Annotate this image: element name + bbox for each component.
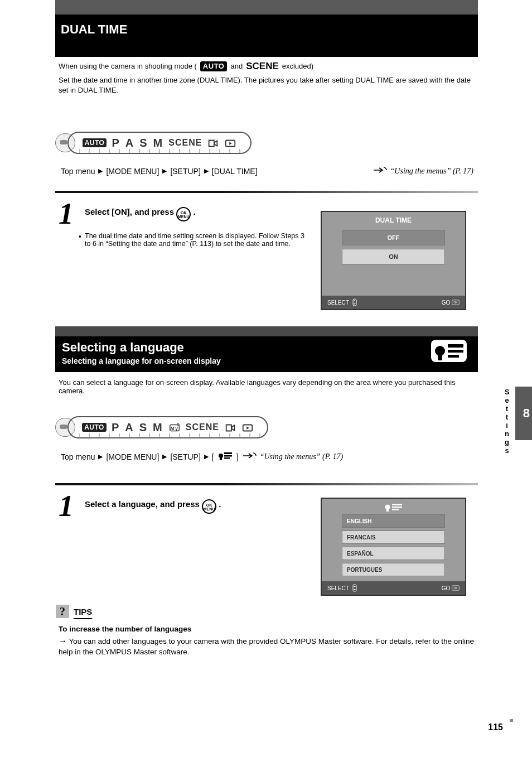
crumb-item-close: ] [236,452,239,461]
subtitle-mid: and [230,61,243,72]
language-pictogram-icon [430,339,468,365]
crumb-reference: “Using the menus” (P. 17) [390,167,473,176]
step-instruction-dualtime: Select [ON], and press OKMENU . [85,206,311,221]
svg-rect-26 [448,355,459,358]
scene-mode-label: SCENE [246,60,279,74]
dial-mode-a: A [125,137,134,150]
breadcrumb-arrow-icon: ▶ [98,453,103,460]
lcd-option-off: OFF [342,230,445,245]
lcd-option-portugues: PORTUGUES [342,563,445,576]
lcd-footer: SELECT GO OK [322,296,465,309]
breadcrumb-arrow-icon: ▶ [162,453,167,460]
dial-mode-p: P [112,421,120,434]
svg-rect-52 [224,452,232,454]
step-number: 1 [59,489,74,523]
lcd-foot-select-label: SELECT [327,585,349,591]
crumb-item: [DUAL TIME] [212,167,258,176]
ok-box-icon: OK [452,585,460,591]
subtitle-suffix: excluded) [282,61,313,72]
svg-text:My: My [170,426,178,431]
svg-rect-24 [448,344,463,348]
lcd-title: DUAL TIME [322,216,465,224]
crumb-reference: “Using the menus” (P. 17) [260,452,343,461]
reference-pointer-icon [242,452,257,461]
tips-label: TIPS [74,607,92,616]
breadcrumb-arrow-icon: ▶ [204,167,209,175]
question-mark-icon: ? [56,605,69,618]
separator-gradient [55,483,478,485]
updown-arrows-icon [351,585,359,591]
tips-text: You can add other languages to your came… [59,637,474,657]
svg-rect-59 [392,509,399,510]
svg-rect-56 [386,509,389,512]
step-text-after: . [193,207,195,216]
step-text-after: . [219,499,221,509]
svg-point-50 [219,454,223,458]
section-dualtime-header: DUAL TIME [55,15,478,45]
lcd-foot-go-label: GO [442,585,451,591]
svg-rect-23 [438,355,442,360]
svg-rect-53 [224,455,232,457]
section-subtitle: Selecting a language for on-screen displ… [62,356,221,365]
breadcrumb-arrow-icon: ▶ [204,453,209,460]
tips-bold-line: To increase the number of languages [59,624,474,635]
crumb-item: [MODE MENU] [106,167,159,176]
lcd-option-francais: FRANCAIS [342,531,445,544]
lcd-option-espanol: ESPAÑOL [342,547,445,560]
section-language-header: Selecting a language Selecting a languag… [55,326,478,372]
lcd-screenshot-dualtime: DUAL TIME OFF ON SELECT GO OK [321,211,466,310]
step-bullet: The dual time date and time setting scre… [85,232,311,248]
dial-mode-m: M [153,421,163,434]
section-body-language: You can select a language for on-screen … [55,378,478,395]
running-header-bar [55,0,478,16]
movie-mode-icon [224,421,236,434]
dial-mode-m: M [153,137,164,150]
dial-mode-auto: AUTO [83,138,107,147]
dial-mode-a: A [125,421,134,434]
svg-rect-54 [224,457,230,459]
right-arrow-icon: → [59,636,67,645]
language-pictogram-icon-white [322,502,465,514]
lcd-foot-select-label: SELECT [327,300,349,306]
ok-menu-button-icon: OKMENU [176,207,191,221]
tips-body: To increase the number of languages → Yo… [59,624,474,658]
svg-rect-51 [220,457,222,460]
page-number: 115 [488,722,503,732]
language-pictogram-icon-small [217,451,233,462]
lcd-foot-go-label: GO [442,300,451,306]
step-text-before: Select a language, and press [85,499,202,509]
ok-box-icon: OK [452,300,460,306]
subtitle-prefix: When using the camera in shooting mode ( [59,61,197,72]
svg-rect-60 [353,585,356,591]
crumb-item: Top menu [61,452,95,461]
svg-point-22 [435,346,445,356]
svg-rect-57 [392,504,402,505]
step-text-before: Select [ON], and press [85,207,176,216]
svg-text:OK: OK [453,301,458,304]
breadcrumb-arrow-icon: ▶ [98,167,103,175]
lcd-footer: SELECT GO OK [322,581,465,595]
lcd-option-on: ON [342,249,445,264]
dial-mode-auto: AUTO [82,423,107,432]
updown-arrows-icon [351,300,359,306]
step-instruction-language: Select a language, and press OKMENU . [85,499,311,514]
svg-rect-18 [353,299,356,306]
crumb-item: [MODE MENU] [106,452,159,461]
section-body: Set the date and time in another time zo… [59,75,475,97]
breadcrumb-arrow-icon: ▶ [162,167,167,175]
section-title: Selecting a language [62,340,184,355]
menu-breadcrumb-language: Top menu ▶ [MODE MENU] ▶ [SETUP] ▶ [ ] “… [61,451,473,462]
svg-rect-25 [448,350,463,353]
lcd-screenshot-language: ENGLISH FRANCAIS ESPAÑOL PORTUGUES SELEC… [321,498,466,596]
ok-menu-button-icon: OKMENU [202,499,216,514]
section-title: DUAL TIME [61,22,127,37]
tips-heading: ? TIPS [56,605,92,618]
dial-mode-scene: SCENE [186,422,219,432]
svg-text:OK: OK [453,587,458,590]
playback-mode-icon [241,421,254,434]
lcd-option-english: ENGLISH [342,514,445,528]
dial-mode-p: P [112,137,120,150]
mymode-icon: My [168,421,181,434]
chapter-caption-vertical: Settings [502,388,511,455]
playback-mode-icon [224,136,236,150]
